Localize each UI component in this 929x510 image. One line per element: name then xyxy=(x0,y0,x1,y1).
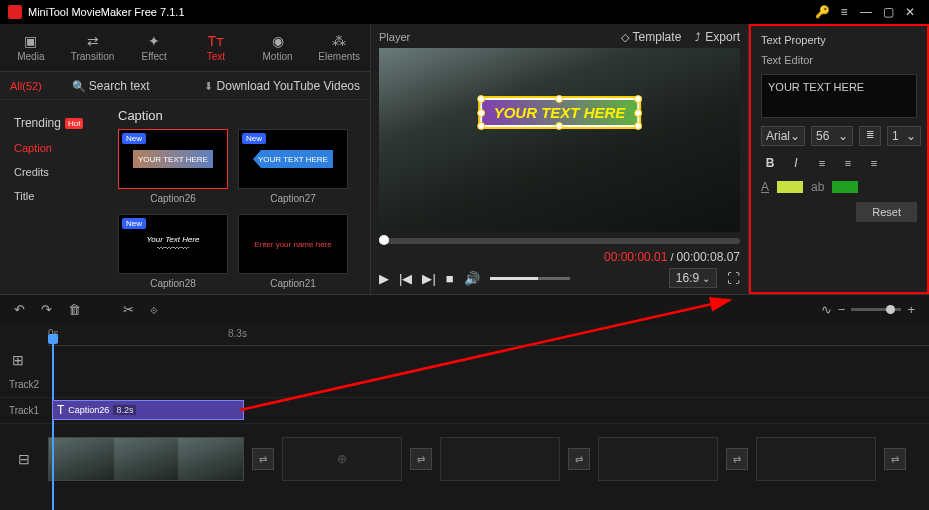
lineheight-select[interactable]: 1⌄ xyxy=(887,126,921,146)
fullscreen-button[interactable]: ⛶ xyxy=(727,271,740,286)
minimize-button[interactable]: — xyxy=(855,5,877,19)
prev-frame-button[interactable]: |◀ xyxy=(399,271,412,286)
library-panel: ▣Media ⇄Transition ✦Effect TᴛText ◉Motio… xyxy=(0,24,370,294)
bold-button[interactable]: B xyxy=(761,154,779,172)
aspect-select[interactable]: 16:9 ⌄ xyxy=(669,268,717,288)
cat-credits[interactable]: Credits xyxy=(10,160,100,184)
text-color-icon: A xyxy=(761,180,769,194)
text-clip[interactable]: T Caption26 8.2s xyxy=(52,400,244,420)
menu-icon[interactable]: ≡ xyxy=(833,5,855,19)
crop-button[interactable]: ⟐ xyxy=(150,302,158,317)
empty-slot[interactable] xyxy=(440,437,560,481)
transition-slot[interactable]: ⇄ xyxy=(884,448,906,470)
align-center-button[interactable]: ≡ xyxy=(839,154,857,172)
transition-slot[interactable]: ⇄ xyxy=(726,448,748,470)
titlebar: MiniTool MovieMaker Free 7.1.1 🔑 ≡ — ▢ ✕ xyxy=(0,0,929,24)
grid-title: Caption xyxy=(118,108,366,123)
timeline-toolbar: ↶ ↷ 🗑 ✂ ⟐ ∿ − + xyxy=(0,294,929,324)
preset-grid: Caption NewYOUR TEXT HERE Caption26 NewY… xyxy=(110,100,370,294)
editor-label: Text Editor xyxy=(761,54,917,66)
preset-item[interactable]: Enter your name here Caption21 xyxy=(238,214,348,289)
play-button[interactable]: ▶ xyxy=(379,271,389,286)
time-display: 00:00:00.01 / 00:00:08.07 xyxy=(379,250,740,264)
preset-item[interactable]: NewYour Text Here〰〰〰〰 Caption28 xyxy=(118,214,228,289)
lineheight-icon[interactable]: ≣ xyxy=(859,126,881,146)
undo-button[interactable]: ↶ xyxy=(14,302,25,317)
redo-button[interactable]: ↷ xyxy=(41,302,52,317)
video-clip[interactable] xyxy=(48,437,244,481)
zoom-out-button[interactable]: − xyxy=(838,302,846,317)
text-property-panel: Text Property Text Editor Arial⌄ 56⌄ ≣ 1… xyxy=(749,24,929,294)
delete-button[interactable]: 🗑 xyxy=(68,302,81,317)
volume-icon[interactable]: 🔊 xyxy=(464,271,480,286)
font-select[interactable]: Arial⌄ xyxy=(761,126,805,146)
text-icon: Tᴛ xyxy=(208,33,225,49)
text-color-swatch[interactable] xyxy=(777,181,803,193)
close-button[interactable]: ✕ xyxy=(899,5,921,19)
search-input[interactable]: 🔍 Search text xyxy=(72,79,150,93)
tab-media[interactable]: ▣Media xyxy=(0,24,62,71)
transition-slot[interactable]: ⇄ xyxy=(252,448,274,470)
cat-trending[interactable]: TrendingHot xyxy=(10,110,100,136)
video-track[interactable]: ⊟ ⇄ ⊕ ⇄ ⇄ ⇄ ⇄ xyxy=(0,434,929,484)
text-overlay[interactable]: YOUR TEXT HERE xyxy=(480,98,640,127)
next-frame-button[interactable]: ▶| xyxy=(422,271,435,286)
zoom-in-button[interactable]: + xyxy=(907,302,915,317)
empty-slot[interactable] xyxy=(598,437,718,481)
panel-title: Text Property xyxy=(761,34,917,46)
empty-slot[interactable] xyxy=(756,437,876,481)
zoom-slider[interactable] xyxy=(851,308,901,311)
italic-button[interactable]: I xyxy=(787,154,805,172)
transition-icon: ⇄ xyxy=(87,33,99,49)
split-button[interactable]: ✂ xyxy=(123,302,134,317)
audio-icon[interactable]: ∿ xyxy=(821,302,832,317)
media-icon: ▣ xyxy=(24,33,37,49)
transition-slot[interactable]: ⇄ xyxy=(568,448,590,470)
transition-slot[interactable]: ⇄ xyxy=(410,448,432,470)
stop-button[interactable]: ■ xyxy=(446,271,454,286)
preset-item[interactable]: NewYOUR TEXT HERE Caption27 xyxy=(238,129,348,204)
align-right-button[interactable]: ≡ xyxy=(865,154,883,172)
seek-bar[interactable] xyxy=(379,238,740,244)
tab-text[interactable]: TᴛText xyxy=(185,24,247,71)
effect-icon: ✦ xyxy=(148,33,160,49)
download-youtube-link[interactable]: ⬇ Download YouTube Videos xyxy=(204,79,360,93)
playhead[interactable] xyxy=(52,342,54,510)
filter-all[interactable]: All(52) xyxy=(10,80,42,92)
time-ruler[interactable]: 0s 8.3s xyxy=(48,324,929,346)
tab-transition[interactable]: ⇄Transition xyxy=(62,24,124,71)
size-select[interactable]: 56⌄ xyxy=(811,126,853,146)
export-button[interactable]: ⤴ Export xyxy=(695,30,740,44)
app-logo xyxy=(8,5,22,19)
track-1[interactable]: Track1 T Caption26 8.2s xyxy=(0,398,929,424)
cat-title[interactable]: Title xyxy=(10,184,100,208)
tab-effect[interactable]: ✦Effect xyxy=(123,24,185,71)
track-2[interactable]: Track2 xyxy=(0,372,929,398)
tab-elements[interactable]: ⁂Elements xyxy=(308,24,370,71)
category-list: TrendingHot Caption Credits Title xyxy=(0,100,110,294)
video-track-icon: ⊟ xyxy=(0,451,48,467)
reset-button[interactable]: Reset xyxy=(856,202,917,222)
maximize-button[interactable]: ▢ xyxy=(877,5,899,19)
volume-slider[interactable] xyxy=(490,277,570,280)
app-title: MiniTool MovieMaker Free 7.1.1 xyxy=(28,6,811,18)
align-left-button[interactable]: ≡ xyxy=(813,154,831,172)
empty-slot[interactable]: ⊕ xyxy=(282,437,402,481)
highlight-color-swatch[interactable] xyxy=(832,181,858,193)
text-input[interactable] xyxy=(761,74,917,118)
library-subbar: All(52) 🔍 Search text ⬇ Download YouTube… xyxy=(0,72,370,100)
motion-icon: ◉ xyxy=(272,33,284,49)
video-preview[interactable]: YOUR TEXT HERE xyxy=(379,48,740,232)
library-tabs: ▣Media ⇄Transition ✦Effect TᴛText ◉Motio… xyxy=(0,24,370,72)
template-button[interactable]: ◇ Template xyxy=(621,30,682,44)
player-title: Player xyxy=(379,31,410,43)
highlight-icon: ab xyxy=(811,180,824,194)
key-icon[interactable]: 🔑 xyxy=(811,5,833,19)
player-panel: Player ◇ Template ⤴ Export YOUR TEXT HER… xyxy=(370,24,749,294)
tab-motion[interactable]: ◉Motion xyxy=(247,24,309,71)
timeline: ⊞ 0s 8.3s Track2 Track1 T Caption26 8.2s… xyxy=(0,324,929,510)
elements-icon: ⁂ xyxy=(332,33,346,49)
preset-item[interactable]: NewYOUR TEXT HERE Caption26 xyxy=(118,129,228,204)
cat-caption[interactable]: Caption xyxy=(10,136,100,160)
add-track-button[interactable]: ⊞ xyxy=(12,352,24,368)
